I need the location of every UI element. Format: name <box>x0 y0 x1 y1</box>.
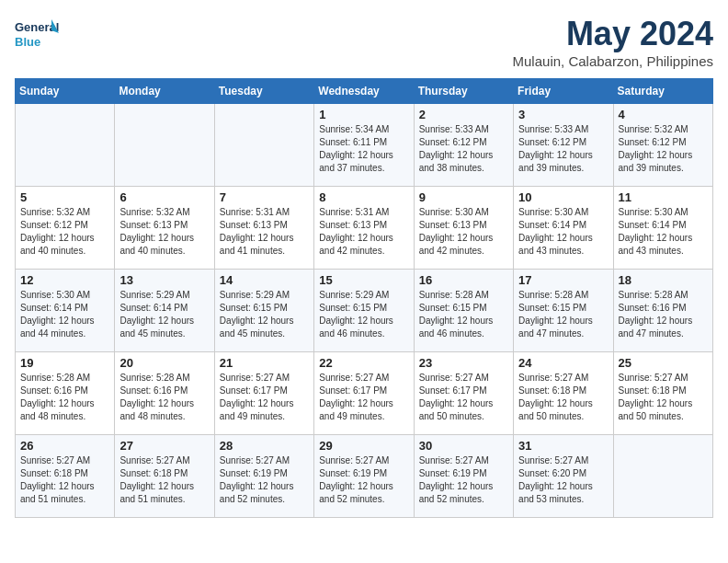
day-number: 19 <box>20 356 109 370</box>
day-number: 13 <box>119 273 209 287</box>
day-info: Sunrise: 5:32 AMSunset: 6:13 PMDaylight:… <box>119 206 209 258</box>
calendar-cell: 19 Sunrise: 5:28 AMSunset: 6:16 PMDaylig… <box>16 352 115 435</box>
day-info: Sunrise: 5:30 AMSunset: 6:13 PMDaylight:… <box>419 206 508 258</box>
calendar-week-row: 1 Sunrise: 5:34 AMSunset: 6:11 PMDayligh… <box>16 104 713 187</box>
day-number: 5 <box>20 190 109 204</box>
day-info: Sunrise: 5:27 AMSunset: 6:20 PMDaylight:… <box>518 454 608 506</box>
day-number: 15 <box>319 273 408 287</box>
calendar-cell <box>613 435 712 518</box>
day-info: Sunrise: 5:32 AMSunset: 6:12 PMDaylight:… <box>20 206 109 258</box>
day-info: Sunrise: 5:29 AMSunset: 6:14 PMDaylight:… <box>119 289 209 340</box>
weekday-header: Thursday <box>414 79 513 104</box>
day-number: 11 <box>619 190 708 204</box>
day-info: Sunrise: 5:33 AMSunset: 6:12 PMDaylight:… <box>518 123 608 175</box>
calendar-week-row: 26 Sunrise: 5:27 AMSunset: 6:18 PMDaylig… <box>16 435 713 518</box>
calendar-cell: 22 Sunrise: 5:27 AMSunset: 6:17 PMDaylig… <box>314 352 414 435</box>
calendar-cell: 3 Sunrise: 5:33 AMSunset: 6:12 PMDayligh… <box>514 104 613 187</box>
day-number: 16 <box>419 273 508 287</box>
calendar-week-row: 5 Sunrise: 5:32 AMSunset: 6:12 PMDayligh… <box>16 187 713 270</box>
weekday-header: Friday <box>514 79 613 104</box>
day-info: Sunrise: 5:34 AMSunset: 6:11 PMDaylight:… <box>319 123 408 175</box>
calendar-cell: 6 Sunrise: 5:32 AMSunset: 6:13 PMDayligh… <box>115 187 214 270</box>
logo: General Blue <box>15 15 61 56</box>
calendar-cell: 7 Sunrise: 5:31 AMSunset: 6:13 PMDayligh… <box>214 187 313 270</box>
day-number: 2 <box>419 108 508 121</box>
weekday-header: Monday <box>115 79 214 104</box>
day-info: Sunrise: 5:27 AMSunset: 6:17 PMDaylight:… <box>419 372 508 423</box>
day-info: Sunrise: 5:28 AMSunset: 6:16 PMDaylight:… <box>619 289 708 340</box>
day-info: Sunrise: 5:29 AMSunset: 6:15 PMDaylight:… <box>319 289 408 340</box>
calendar-cell: 4 Sunrise: 5:32 AMSunset: 6:12 PMDayligh… <box>613 104 712 187</box>
day-number: 14 <box>220 273 309 287</box>
calendar-cell: 2 Sunrise: 5:33 AMSunset: 6:12 PMDayligh… <box>414 104 513 187</box>
calendar-cell: 1 Sunrise: 5:34 AMSunset: 6:11 PMDayligh… <box>314 104 414 187</box>
location: Mulauin, Calabarzon, Philippines <box>513 53 713 69</box>
day-info: Sunrise: 5:27 AMSunset: 6:19 PMDaylight:… <box>319 454 408 506</box>
calendar-cell: 13 Sunrise: 5:29 AMSunset: 6:14 PMDaylig… <box>115 270 214 352</box>
day-info: Sunrise: 5:31 AMSunset: 6:13 PMDaylight:… <box>319 206 408 258</box>
day-number: 8 <box>319 190 408 204</box>
day-number: 1 <box>319 108 408 121</box>
calendar-cell: 8 Sunrise: 5:31 AMSunset: 6:13 PMDayligh… <box>314 187 414 270</box>
day-number: 18 <box>619 273 708 287</box>
calendar-cell: 23 Sunrise: 5:27 AMSunset: 6:17 PMDaylig… <box>414 352 513 435</box>
day-info: Sunrise: 5:28 AMSunset: 6:15 PMDaylight:… <box>419 289 508 340</box>
day-info: Sunrise: 5:27 AMSunset: 6:18 PMDaylight:… <box>619 372 708 423</box>
title-block: May 2024 Mulauin, Calabarzon, Philippine… <box>513 15 713 69</box>
day-number: 20 <box>119 356 209 370</box>
day-info: Sunrise: 5:30 AMSunset: 6:14 PMDaylight:… <box>518 206 608 258</box>
day-info: Sunrise: 5:27 AMSunset: 6:18 PMDaylight:… <box>20 454 109 506</box>
calendar-cell: 18 Sunrise: 5:28 AMSunset: 6:16 PMDaylig… <box>613 270 712 352</box>
calendar-cell <box>16 104 115 187</box>
day-info: Sunrise: 5:27 AMSunset: 6:18 PMDaylight:… <box>119 454 209 506</box>
calendar-cell: 12 Sunrise: 5:30 AMSunset: 6:14 PMDaylig… <box>16 270 115 352</box>
day-info: Sunrise: 5:33 AMSunset: 6:12 PMDaylight:… <box>419 123 508 175</box>
day-number: 4 <box>619 108 708 121</box>
day-info: Sunrise: 5:27 AMSunset: 6:17 PMDaylight:… <box>319 372 408 423</box>
day-info: Sunrise: 5:28 AMSunset: 6:16 PMDaylight:… <box>119 372 209 423</box>
calendar-cell <box>115 104 214 187</box>
day-info: Sunrise: 5:32 AMSunset: 6:12 PMDaylight:… <box>619 123 708 175</box>
calendar-cell: 14 Sunrise: 5:29 AMSunset: 6:15 PMDaylig… <box>214 270 313 352</box>
day-number: 7 <box>220 190 309 204</box>
svg-text:Blue: Blue <box>15 35 40 49</box>
calendar-cell: 5 Sunrise: 5:32 AMSunset: 6:12 PMDayligh… <box>16 187 115 270</box>
calendar-cell: 24 Sunrise: 5:27 AMSunset: 6:18 PMDaylig… <box>514 352 613 435</box>
day-number: 27 <box>119 439 209 453</box>
header-row: SundayMondayTuesdayWednesdayThursdayFrid… <box>16 79 713 104</box>
calendar-cell <box>214 104 313 187</box>
weekday-header: Saturday <box>613 79 712 104</box>
calendar-cell: 26 Sunrise: 5:27 AMSunset: 6:18 PMDaylig… <box>16 435 115 518</box>
day-number: 3 <box>518 108 608 121</box>
calendar-week-row: 19 Sunrise: 5:28 AMSunset: 6:16 PMDaylig… <box>16 352 713 435</box>
day-number: 12 <box>20 273 109 287</box>
calendar-cell: 20 Sunrise: 5:28 AMSunset: 6:16 PMDaylig… <box>115 352 214 435</box>
calendar-cell: 17 Sunrise: 5:28 AMSunset: 6:15 PMDaylig… <box>514 270 613 352</box>
calendar-cell: 28 Sunrise: 5:27 AMSunset: 6:19 PMDaylig… <box>214 435 313 518</box>
day-number: 21 <box>220 356 309 370</box>
month-title: May 2024 <box>513 15 713 53</box>
weekday-header: Sunday <box>16 79 115 104</box>
day-info: Sunrise: 5:29 AMSunset: 6:15 PMDaylight:… <box>220 289 309 340</box>
calendar-cell: 16 Sunrise: 5:28 AMSunset: 6:15 PMDaylig… <box>414 270 513 352</box>
calendar-cell: 29 Sunrise: 5:27 AMSunset: 6:19 PMDaylig… <box>314 435 414 518</box>
day-info: Sunrise: 5:28 AMSunset: 6:16 PMDaylight:… <box>20 372 109 423</box>
day-info: Sunrise: 5:30 AMSunset: 6:14 PMDaylight:… <box>20 289 109 340</box>
calendar-cell: 15 Sunrise: 5:29 AMSunset: 6:15 PMDaylig… <box>314 270 414 352</box>
day-number: 9 <box>419 190 508 204</box>
day-number: 10 <box>518 190 608 204</box>
day-info: Sunrise: 5:27 AMSunset: 6:18 PMDaylight:… <box>518 372 608 423</box>
weekday-header: Wednesday <box>314 79 414 104</box>
weekday-header: Tuesday <box>214 79 313 104</box>
day-info: Sunrise: 5:28 AMSunset: 6:15 PMDaylight:… <box>518 289 608 340</box>
day-number: 17 <box>518 273 608 287</box>
day-info: Sunrise: 5:31 AMSunset: 6:13 PMDaylight:… <box>220 206 309 258</box>
calendar-table: SundayMondayTuesdayWednesdayThursdayFrid… <box>15 78 713 518</box>
calendar-cell: 11 Sunrise: 5:30 AMSunset: 6:14 PMDaylig… <box>613 187 712 270</box>
calendar-cell: 30 Sunrise: 5:27 AMSunset: 6:19 PMDaylig… <box>414 435 513 518</box>
day-number: 28 <box>220 439 309 453</box>
logo-icon: General Blue <box>15 15 61 56</box>
calendar-cell: 31 Sunrise: 5:27 AMSunset: 6:20 PMDaylig… <box>514 435 613 518</box>
day-number: 29 <box>319 439 408 453</box>
day-number: 25 <box>619 356 708 370</box>
